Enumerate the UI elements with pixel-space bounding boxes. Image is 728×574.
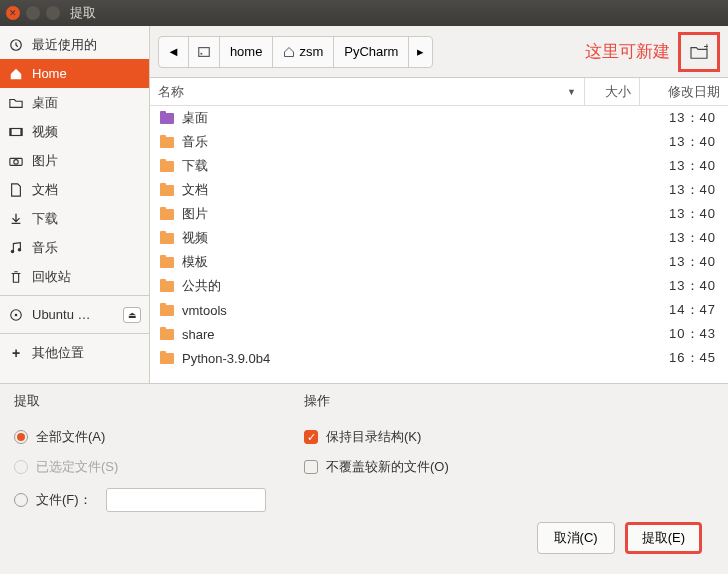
radio-all-files[interactable]: [14, 430, 28, 444]
file-name: 视频: [182, 229, 632, 247]
cancel-button[interactable]: 取消(C): [537, 522, 615, 554]
file-row[interactable]: vmtools14：47: [150, 298, 728, 322]
file-date: 13：40: [632, 157, 720, 175]
disc-icon: [8, 308, 24, 322]
svg-text:+: +: [703, 44, 708, 52]
sidebar-item-桌面[interactable]: 桌面: [0, 88, 149, 117]
toolbar: ◄ home zsm PyCharm ▸ 这里可新建 +: [150, 26, 728, 78]
file-row[interactable]: 音乐13：40: [150, 130, 728, 154]
file-date: 13：40: [632, 205, 720, 223]
sidebar-item-label: Home: [32, 66, 67, 81]
maximize-window-button[interactable]: [46, 6, 60, 20]
breadcrumb-segment-pycharm[interactable]: PyCharm: [334, 37, 409, 67]
sidebar-item-视频[interactable]: 视频: [0, 117, 149, 146]
svg-point-7: [18, 248, 22, 252]
column-header-date[interactable]: 修改日期: [640, 83, 728, 101]
file-row[interactable]: 桌面13：40: [150, 106, 728, 130]
radio-files-pattern-label: 文件(F)：: [36, 491, 92, 509]
folder-icon: [8, 96, 24, 110]
svg-rect-10: [199, 47, 210, 56]
home-icon: [8, 67, 24, 81]
file-row[interactable]: 公共的13：40: [150, 274, 728, 298]
file-date: 13：40: [632, 109, 720, 127]
folder-icon: [158, 230, 176, 246]
file-date: 13：40: [632, 133, 720, 151]
column-header-name[interactable]: 名称▼: [150, 83, 584, 101]
file-row[interactable]: 模板13：40: [150, 250, 728, 274]
folder-icon: [158, 206, 176, 222]
sidebar-item-文档[interactable]: 文档: [0, 175, 149, 204]
file-date: 13：40: [632, 253, 720, 271]
radio-selected-files: [14, 460, 28, 474]
file-name: 公共的: [182, 277, 632, 295]
file-name: 模板: [182, 253, 632, 271]
minimize-window-button[interactable]: [26, 6, 40, 20]
sidebar-separator: [0, 295, 149, 296]
breadcrumb-back-button[interactable]: ◄: [159, 37, 189, 67]
file-name: 文档: [182, 181, 632, 199]
file-date: 14：47: [632, 301, 720, 319]
sidebar-item-ubuntu[interactable]: Ubuntu …⏏: [0, 300, 149, 329]
file-row[interactable]: 下载13：40: [150, 154, 728, 178]
radio-files-pattern[interactable]: [14, 493, 28, 507]
folder-icon: [158, 302, 176, 318]
checkbox-no-overwrite[interactable]: [304, 460, 318, 474]
checkbox-keep-structure[interactable]: ✓: [304, 430, 318, 444]
clock-icon: [8, 38, 24, 52]
sidebar-item-label: 视频: [32, 123, 58, 141]
close-window-button[interactable]: ✕: [6, 6, 20, 20]
window-title: 提取: [70, 4, 96, 22]
file-list: 桌面13：40音乐13：40下载13：40文档13：40图片13：40视频13：…: [150, 106, 728, 383]
radio-selected-files-label: 已选定文件(S): [36, 458, 118, 476]
file-name: 音乐: [182, 133, 632, 151]
extract-heading: 提取: [14, 392, 304, 410]
sidebar-item-home[interactable]: Home: [0, 59, 149, 88]
sidebar-item-图片[interactable]: 图片: [0, 146, 149, 175]
breadcrumb-segment-home[interactable]: home: [220, 37, 274, 67]
folder-icon: [158, 350, 176, 366]
breadcrumb-segment-zsm[interactable]: zsm: [273, 37, 334, 67]
file-row[interactable]: 图片13：40: [150, 202, 728, 226]
video-icon: [8, 125, 24, 139]
folder-icon: [158, 182, 176, 198]
sidebar-item-下载[interactable]: 下载: [0, 204, 149, 233]
annotation-text: 这里可新建: [585, 40, 670, 63]
folder-icon: [158, 326, 176, 342]
sidebar-item-其他位置[interactable]: +其他位置: [0, 338, 149, 367]
sidebar-item-最近使用的[interactable]: 最近使用的: [0, 30, 149, 59]
file-name: share: [182, 327, 632, 342]
file-name: vmtools: [182, 303, 632, 318]
folder-icon: [158, 278, 176, 294]
files-pattern-input[interactable]: [106, 488, 266, 512]
file-name: Python-3.9.0b4: [182, 351, 632, 366]
extract-button[interactable]: 提取(E): [625, 522, 702, 554]
column-header-size[interactable]: 大小: [584, 78, 640, 105]
file-row[interactable]: share10：43: [150, 322, 728, 346]
sidebar-item-label: 回收站: [32, 268, 71, 286]
file-row[interactable]: Python-3.9.0b416：45: [150, 346, 728, 370]
plus-icon: +: [8, 345, 24, 361]
eject-button[interactable]: ⏏: [123, 307, 141, 323]
sidebar-item-回收站[interactable]: 回收站: [0, 262, 149, 291]
file-row[interactable]: 文档13：40: [150, 178, 728, 202]
breadcrumb-disk-icon[interactable]: [189, 37, 220, 67]
folder-icon: [158, 134, 176, 150]
folder-icon: [158, 254, 176, 270]
file-list-header: 名称▼ 大小 修改日期: [150, 78, 728, 106]
checkbox-no-overwrite-label: 不覆盖较新的文件(O): [326, 458, 449, 476]
file-name: 桌面: [182, 109, 632, 127]
camera-icon: [8, 154, 24, 168]
new-folder-button[interactable]: +: [678, 32, 720, 72]
file-date: 16：45: [632, 349, 720, 367]
sidebar-item-音乐[interactable]: 音乐: [0, 233, 149, 262]
file-date: 13：40: [632, 229, 720, 247]
sidebar: 最近使用的Home桌面视频图片文档下载音乐回收站 Ubuntu …⏏ +其他位置: [0, 26, 150, 383]
sort-indicator-icon: ▼: [567, 87, 576, 97]
breadcrumb-forward-button[interactable]: ▸: [409, 37, 432, 67]
titlebar: ✕ 提取: [0, 0, 728, 26]
options-panel: 提取 全部文件(A) 已选定文件(S) 文件(F)： 操作 ✓: [0, 383, 728, 574]
sidebar-item-label: 最近使用的: [32, 36, 97, 54]
svg-rect-1: [10, 128, 22, 135]
file-row[interactable]: 视频13：40: [150, 226, 728, 250]
sidebar-item-label: 文档: [32, 181, 58, 199]
